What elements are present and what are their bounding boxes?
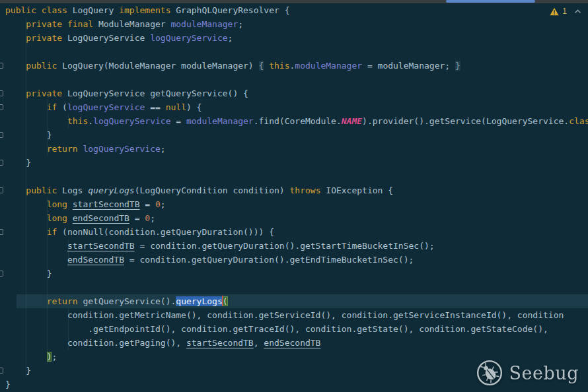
code-token[interactable]: ; <box>161 144 166 154</box>
code-token[interactable]: (LogQueryCondition condition) <box>135 185 290 195</box>
code-token[interactable]: public class <box>5 5 73 15</box>
code-token[interactable]: private <box>26 88 67 98</box>
code-line[interactable]: condition.getPaging(), startSecondTB, en… <box>0 336 588 350</box>
code-token[interactable]: } <box>455 61 460 71</box>
code-line[interactable]: private LogQueryService getQueryService(… <box>0 86 588 100</box>
code-token[interactable]: ).provider().getService(LogQueryService. <box>362 116 569 126</box>
code-line[interactable] <box>0 45 588 59</box>
code-token[interactable]: if <box>47 227 62 237</box>
code-token[interactable]: class <box>569 116 588 126</box>
code-token[interactable]: , <box>254 338 264 348</box>
code-line[interactable]: public class LogQuery implements GraphQL… <box>0 3 588 17</box>
code-token[interactable]: = <box>129 213 145 223</box>
code-line[interactable]: if (logQueryService == null) { <box>0 100 588 114</box>
code-token[interactable]: throws <box>290 185 321 195</box>
code-token[interactable]: LogQuery <box>73 5 119 15</box>
code-token[interactable]: == <box>145 102 165 112</box>
code-token[interactable]: endSecondTB <box>67 255 124 265</box>
code-token[interactable]: } <box>47 130 52 140</box>
code-token[interactable]: Logs <box>62 185 88 195</box>
code-line[interactable]: startSecondTB = condition.getQueryDurati… <box>0 239 588 253</box>
code-token[interactable]: GraphQLQueryResolver { <box>176 5 289 15</box>
code-token[interactable]: logQueryService <box>150 33 227 43</box>
code-line[interactable]: endSecondTB = condition.getQueryDuration… <box>0 253 588 267</box>
code-token[interactable]: null <box>166 102 186 112</box>
code-token[interactable]: logQueryService <box>83 144 160 154</box>
code-token[interactable]: NAME <box>342 116 362 126</box>
code-token[interactable]: ModuleManager <box>98 19 171 29</box>
code-token[interactable]: (nonNull(condition.getQueryDuration())) … <box>62 227 274 237</box>
code-token[interactable]: this <box>269 61 289 71</box>
code-token[interactable]: ; <box>228 33 233 43</box>
code-token[interactable]: startSecondTB <box>73 199 140 209</box>
code-token[interactable]: IOException { <box>320 185 393 195</box>
code-line[interactable]: long endSecondTB = 0; <box>0 211 588 225</box>
code-token[interactable]: getQueryService(). <box>83 296 176 306</box>
code-token[interactable]: 0 <box>155 199 161 209</box>
code-token[interactable]: condition.getMetricName(), condition.get… <box>67 310 564 320</box>
code-line[interactable]: } <box>0 156 588 170</box>
code-token[interactable]: public <box>26 185 62 195</box>
code-token[interactable]: return <box>47 144 83 154</box>
code-token[interactable]: .getEndpointId(), condition.getTraceId()… <box>88 324 548 334</box>
code-token[interactable]: LogQuery(ModuleManager moduleManager) <box>62 61 258 71</box>
code-editor[interactable]: public class LogQuery implements GraphQL… <box>0 0 588 392</box>
code-token[interactable]: private <box>26 33 67 43</box>
code-token[interactable]: startSecondTB <box>186 338 254 348</box>
code-line[interactable]: public Logs queryLogs(LogQueryCondition … <box>0 183 588 197</box>
code-token[interactable]: } <box>26 366 31 376</box>
code-line[interactable]: } <box>0 267 588 280</box>
code-token[interactable]: ; <box>150 213 155 223</box>
code-token[interactable]: .find(CoreModule. <box>254 116 342 126</box>
code-token[interactable]: logQueryService <box>67 102 145 112</box>
code-line[interactable]: long startSecondTB = 0; <box>0 197 588 211</box>
code-token[interactable]: ( <box>223 296 228 306</box>
code-token[interactable]: long <box>47 199 73 209</box>
code-token[interactable]: } <box>5 379 11 389</box>
code-token[interactable]: private final <box>26 19 98 29</box>
code-token[interactable]: ; <box>52 352 57 362</box>
code-token[interactable]: ; <box>238 19 243 29</box>
code-token[interactable]: moduleManager <box>295 61 362 71</box>
code-token[interactable]: public <box>26 61 62 71</box>
code-token[interactable]: startSecondTB <box>67 241 135 251</box>
code-line[interactable]: return getQueryService().queryLogs( <box>0 294 588 308</box>
code-token[interactable] <box>264 61 269 71</box>
code-token[interactable]: long <box>47 213 73 223</box>
code-line[interactable]: this.logQueryService = moduleManager.fin… <box>0 114 588 128</box>
code-line[interactable]: public LogQuery(ModuleManager moduleMana… <box>0 59 588 73</box>
code-token[interactable]: ( <box>62 102 67 112</box>
code-token[interactable]: } <box>47 269 52 278</box>
code-token[interactable]: } <box>26 158 31 168</box>
chevron-up-icon[interactable] <box>574 9 581 14</box>
code-token[interactable]: if <box>47 102 62 112</box>
code-token[interactable]: = <box>140 199 155 209</box>
code-token[interactable]: = condition.getQueryDuration().getStartT… <box>135 241 435 251</box>
code-line[interactable] <box>0 170 588 183</box>
code-token[interactable]: ; <box>161 199 166 209</box>
inspections-widget[interactable]: 1 <box>550 7 581 16</box>
code-line[interactable]: return logQueryService; <box>0 142 588 156</box>
code-token[interactable]: 0 <box>145 213 150 223</box>
code-token[interactable]: LogQueryService getQueryService() { <box>67 88 248 98</box>
code-token[interactable]: ) { <box>186 102 202 112</box>
code-line[interactable]: condition.getMetricName(), condition.get… <box>0 308 588 322</box>
code-token[interactable]: implements <box>119 5 176 15</box>
code-token[interactable]: . <box>88 116 93 126</box>
code-token[interactable]: logQueryService <box>93 116 170 126</box>
code-token[interactable]: queryLogs <box>88 185 134 195</box>
code-line[interactable] <box>0 280 588 294</box>
code-token[interactable]: endSecondTB <box>73 213 129 223</box>
code-line[interactable]: if (nonNull(condition.getQueryDuration()… <box>0 225 588 239</box>
code-line[interactable]: } <box>0 128 588 142</box>
code-token[interactable]: moduleManager <box>170 19 238 29</box>
code-line[interactable]: private LogQueryService logQueryService; <box>0 31 588 45</box>
code-token[interactable]: = condition.getQueryDuration().getEndTim… <box>124 255 414 265</box>
code-line[interactable]: private final ModuleManager moduleManage… <box>0 17 588 31</box>
code-token[interactable]: this <box>67 116 88 126</box>
code-token[interactable]: endSecondTB <box>264 338 320 348</box>
code-line[interactable] <box>0 73 588 86</box>
code-token[interactable]: moduleManager <box>186 116 254 126</box>
code-token[interactable]: condition.getPaging(), <box>67 338 186 348</box>
code-token[interactable]: return <box>47 296 83 306</box>
